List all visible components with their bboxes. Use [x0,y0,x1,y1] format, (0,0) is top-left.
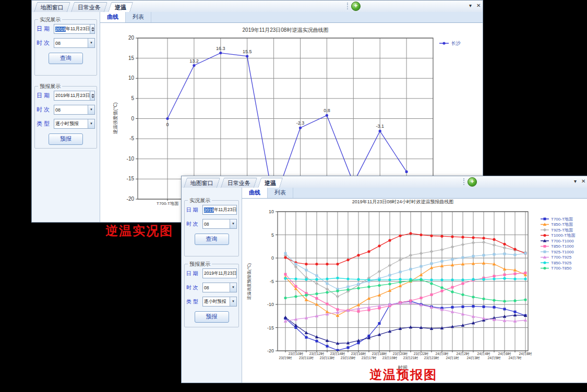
date-text: 年11月23日 [66,26,90,32]
svg-text:23日17时: 23日17时 [362,356,377,360]
add-tab-button[interactable]: + [351,2,361,11]
svg-text:0: 0 [166,122,169,127]
tab-curve[interactable]: 曲线 [100,12,126,22]
tab-list[interactable]: 列表 [126,12,151,22]
add-tab-button[interactable]: + [468,177,477,187]
type-select[interactable]: 逐小时预报 ▼ [202,297,237,307]
tab-daily-business[interactable]: 日常业务 [71,2,107,12]
inversion-forecast-chart: 1050-5-10-15-2023日9时23日10时23日11时23日12时23… [242,198,587,382]
svg-text:23日15时: 23日15时 [341,356,356,360]
sidebar: 实况展示 日 期 2019年11月23日 ▼ 时 次 08 ▼ 查询 预报展示 [182,188,242,383]
tab-map-window[interactable]: 地图窗口 [184,178,220,188]
svg-text:-20: -20 [127,196,135,202]
group-title: 实况展示 [188,197,212,204]
time-label: 时 次 [37,39,54,47]
tab-label: 逆温 [115,3,126,12]
svg-text:T700-T地面: T700-T地面 [157,201,179,206]
date-input[interactable]: 2019年11月23日 ▼ [54,91,95,101]
svg-text:24日4时: 24日4时 [477,352,490,356]
dropdown-arrow-icon[interactable]: ▼ [88,119,94,128]
date-input[interactable]: 2019年11月23日 ▼ [202,205,237,215]
svg-text:-20: -20 [267,348,274,353]
tab-label: 日常业务 [78,3,101,12]
close-icon[interactable]: ✕ [581,178,585,185]
svg-text:23日16时: 23日16时 [351,352,366,356]
inner-tab-bar: 曲线 列表 [100,12,483,23]
svg-text:-2.3: -2.3 [296,120,305,126]
svg-text:23日23时: 23日23时 [424,356,439,360]
date-input[interactable]: 2019年11月23日 ▼ [54,24,95,34]
svg-text:24日0时: 24日0时 [436,352,449,356]
query-button[interactable]: 查询 [195,234,229,245]
svg-text:13.2: 13.2 [189,58,199,64]
tab-inversion[interactable]: 逆温 [108,2,133,13]
query-button[interactable]: 查询 [49,53,83,64]
forecast-button[interactable]: 预报 [49,133,83,145]
sidebar: 实况展示 日 期 2019年11月23日 ▼ 时 次 08 ▼ 查询 预报展示 [32,12,100,222]
svg-text:23日19时: 23日19时 [382,356,398,360]
svg-text:5: 5 [131,95,134,101]
close-icon[interactable]: ✕ [476,3,481,9]
tab-inversion[interactable]: 逆温 [258,178,283,188]
inversion-forecast-window: 地图窗口 日常业务 逆温 + ▾ ✕ 实况展示 日 期 2019年11月23日 … [181,176,587,383]
date-label: 日 期 [37,25,54,33]
svg-text:24日2时: 24日2时 [457,352,470,356]
svg-text:24日3时: 24日3时 [467,356,480,360]
svg-text:T850-T1000: T850-T1000 [551,244,574,249]
type-text: 逐小时预报 [55,120,79,127]
svg-text:0: 0 [131,116,134,121]
svg-text:10: 10 [128,75,135,81]
minimize-icon[interactable]: ▾ [469,3,472,9]
svg-text:24日6时: 24日6时 [498,352,511,356]
svg-text:T700-T地面: T700-T地面 [551,217,573,222]
time-label: 时 次 [37,106,54,114]
spinner-icon[interactable] [90,91,95,100]
type-text: 逐小时预报 [204,299,226,305]
tab-list[interactable]: 列表 [268,188,293,198]
svg-text:T925-T1000: T925-T1000 [551,250,574,254]
dropdown-arrow-icon[interactable]: ▼ [88,105,94,114]
dropdown-arrow-icon[interactable]: ▼ [230,297,236,306]
svg-text:23日11时: 23日11时 [299,356,314,360]
tab-map-window[interactable]: 地图窗口 [34,2,70,12]
forecast-display-group: 预报展示 日 期 2019年11月23日 ▼ 时 次 08 ▼ 类 型 [184,264,239,327]
tab-curve[interactable]: 曲线 [242,188,268,198]
date-input[interactable]: 2019年11月23日 ▼ [202,268,237,278]
svg-text:2019年11月23日08时逆温实况曲线图: 2019年11月23日08时逆温实况曲线图 [243,27,329,33]
svg-text:24日5时: 24日5时 [488,356,501,360]
time-label: 时 次 [186,284,202,291]
window-tab-strip: 地图窗口 日常业务 逆温 + ▾ ✕ [182,176,587,188]
svg-text:-5: -5 [129,136,134,141]
dropdown-arrow-icon[interactable]: ▼ [230,219,236,228]
time-label: 时 次 [186,220,202,228]
svg-text:24日8时: 24日8时 [519,352,532,356]
tab-daily-business[interactable]: 日常业务 [221,178,257,188]
time-text: 08 [204,222,209,227]
dropdown-arrow-icon[interactable]: ▼ [230,283,236,292]
time-select[interactable]: 08 ▼ [54,105,95,115]
chart-pane: 曲线 列表 1050-5-10-15-2023日9时23日10时23日11时23… [242,188,587,383]
svg-text:23日9时: 23日9时 [279,356,292,360]
actual-chart-caption: 逆温实况图 [105,223,173,239]
spinner-icon[interactable] [90,24,95,33]
date-label: 日 期 [186,206,202,214]
minimize-icon[interactable]: ▾ [574,178,577,185]
time-select[interactable]: 08 ▼ [54,38,95,48]
type-label: 类 型 [186,298,202,305]
live-display-group: 实况展示 日 期 2019年11月23日 ▼ 时 次 08 ▼ 查询 [184,200,239,256]
svg-text:0: 0 [271,255,274,261]
forecast-button[interactable]: 预报 [195,311,229,323]
tab-label: 日常业务 [227,178,250,188]
window-tab-strip: 地图窗口 日常业务 逆温 + ▾ ✕ [32,1,483,13]
time-select[interactable]: 08 ▼ [202,283,237,292]
svg-text:15.5: 15.5 [243,49,252,54]
svg-text:长沙: 长沙 [451,41,461,46]
type-select[interactable]: 逐小时预报 ▼ [54,119,95,129]
date-text: 2019年11月23日 [204,271,237,277]
forecast-chart-caption: 逆温预报图 [369,366,437,383]
svg-text:16.3: 16.3 [216,46,225,51]
time-select[interactable]: 08 ▼ [202,219,237,229]
dropdown-arrow-icon[interactable]: ▼ [88,39,94,47]
group-title: 预报展示 [188,261,212,268]
date-text: 年11月23日 [214,207,237,213]
